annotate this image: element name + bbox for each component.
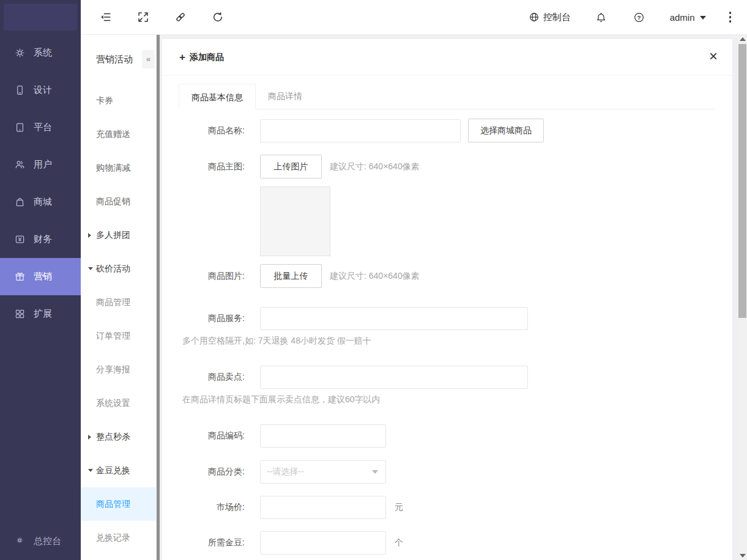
globe-icon <box>529 12 543 23</box>
plus-icon: + <box>179 52 185 62</box>
sidebar-item-mall[interactable]: 商城 <box>0 183 81 221</box>
submenu-item-order-mgmt[interactable]: 订单管理 <box>81 319 160 353</box>
tablet-icon <box>13 122 26 134</box>
phone-icon <box>13 84 26 97</box>
sidebar-item-label: 设计 <box>34 84 52 96</box>
main-area: + 添加商品 × 商品基本信息 商品详情 商品名称: 选择商城商品 商品主图: … <box>160 35 738 560</box>
add-product-panel: + 添加商品 × 商品基本信息 商品详情 商品名称: 选择商城商品 商品主图: … <box>162 39 732 560</box>
sidebar-item-label: 系统 <box>34 47 52 59</box>
submenu-scrollbar[interactable] <box>156 35 160 560</box>
admin-dropdown[interactable]: admin <box>670 12 706 23</box>
close-icon[interactable]: × <box>709 49 718 64</box>
sidebar-item-marketing[interactable]: 营销 <box>0 258 81 295</box>
product-form: 商品名称: 选择商城商品 商品主图: 上传图片 建议尺寸: 640×640像素 … <box>162 119 732 554</box>
submenu-nav: 卡券 充值赠送 购物满减 商品促销 多人拼团 砍价活动 商品管理 订单管理 分享… <box>81 84 160 554</box>
service-hint: 多个用空格隔开,如: 7天退换 48小时发货 假一赔十 <box>162 336 732 347</box>
fullscreen-icon[interactable] <box>135 9 151 25</box>
chevron-down-icon <box>88 469 93 472</box>
sidebar-footer-label: 总控台 <box>34 536 61 547</box>
app-logo <box>4 4 77 31</box>
field-label-beans: 所需金豆: <box>179 537 245 548</box>
submenu-item-flash-sale[interactable]: 整点秒杀 <box>81 420 160 454</box>
sidebar-item-label: 商城 <box>34 196 52 208</box>
category-select[interactable]: --请选择-- <box>260 460 386 484</box>
gear-icon <box>15 536 26 547</box>
page-scrollbar[interactable] <box>738 35 747 560</box>
panel-title: + 添加商品 <box>179 52 224 63</box>
submenu-item-product-mgmt-bean[interactable]: 商品管理 <box>81 487 160 521</box>
product-name-input[interactable] <box>260 119 461 142</box>
svg-text:?: ? <box>637 13 641 20</box>
sidebar-item-label: 财务 <box>34 234 52 245</box>
upload-image-button[interactable]: 上传图片 <box>260 155 322 179</box>
panel-header: + 添加商品 × <box>162 39 732 76</box>
primary-sidebar: 系统 设计 平台 用户 商城 财务 营销 <box>0 0 81 560</box>
sidebar-item-label: 用户 <box>34 159 52 171</box>
tab-product-detail[interactable]: 商品详情 <box>256 83 314 109</box>
submenu-item-product-mgmt-bargain[interactable]: 商品管理 <box>81 286 160 319</box>
field-label-market-price: 市场价: <box>179 502 245 513</box>
field-label-code: 商品编码: <box>179 430 245 441</box>
beans-input[interactable] <box>260 531 386 554</box>
sidebar-item-platform[interactable]: 平台 <box>0 109 81 146</box>
tab-basic-info[interactable]: 商品基本信息 <box>179 84 256 109</box>
product-code-input[interactable] <box>260 424 386 448</box>
submenu-item-coupon[interactable]: 卡券 <box>81 84 160 117</box>
field-label-images: 商品图片: <box>179 271 245 282</box>
scroll-up-arrow-icon[interactable] <box>740 37 746 41</box>
tab-bar: 商品基本信息 商品详情 <box>179 83 715 109</box>
main-image-hint: 建议尺寸: 640×640像素 <box>330 161 420 172</box>
finance-icon <box>13 234 26 246</box>
beans-unit: 个 <box>395 537 403 548</box>
submenu-item-exchange-records[interactable]: 兑换记录 <box>81 521 160 554</box>
submenu-item-group-buy[interactable]: 多人拼团 <box>81 218 160 252</box>
submenu-item-bargain[interactable]: 砍价活动 <box>81 252 160 286</box>
scroll-down-arrow-icon[interactable] <box>740 554 746 558</box>
page-scrollbar-thumb[interactable] <box>738 44 746 318</box>
market-price-input[interactable] <box>260 496 386 519</box>
collapse-submenu-button[interactable]: « <box>142 50 155 68</box>
chevron-down-icon <box>372 470 378 474</box>
collapse-sidebar-icon[interactable] <box>98 9 114 25</box>
chevron-right-icon <box>88 435 91 440</box>
console-button[interactable]: 控制台 <box>529 12 571 23</box>
main-image-preview <box>260 186 330 256</box>
sidebar-item-finance[interactable]: 财务 <box>0 221 81 258</box>
sidebar-item-label: 平台 <box>34 122 52 133</box>
images-hint: 建议尺寸: 640×640像素 <box>330 271 420 282</box>
gift-icon <box>13 271 26 283</box>
selling-point-hint: 在商品详情页标题下面展示卖点信息，建议60字以内 <box>162 394 732 405</box>
console-label: 控制台 <box>543 12 571 23</box>
select-mall-product-button[interactable]: 选择商城商品 <box>468 119 544 142</box>
more-menu-icon[interactable] <box>727 9 734 24</box>
sidebar-item-extension[interactable]: 扩展 <box>0 295 81 333</box>
submenu-item-share-poster[interactable]: 分享海报 <box>81 353 160 386</box>
product-service-input[interactable] <box>260 307 528 330</box>
sidebar-item-system[interactable]: 系统 <box>0 34 81 72</box>
submenu-item-bean-exchange[interactable]: 金豆兑换 <box>81 454 160 487</box>
link-icon[interactable] <box>173 9 188 25</box>
submenu-scrollbar-thumb[interactable] <box>157 35 160 560</box>
notification-bell-icon[interactable] <box>594 10 609 24</box>
sidebar-item-label: 营销 <box>34 271 52 282</box>
sidebar-item-design[interactable]: 设计 <box>0 72 81 109</box>
chevron-right-icon <box>88 233 91 238</box>
help-icon[interactable]: ? <box>632 10 647 24</box>
submenu-item-system-settings[interactable]: 系统设置 <box>81 386 160 420</box>
shopping-bag-icon <box>13 196 26 208</box>
market-price-unit: 元 <box>395 502 403 513</box>
sidebar-item-users[interactable]: 用户 <box>0 146 81 183</box>
submenu-item-product-promo[interactable]: 商品促销 <box>81 185 160 218</box>
selling-point-input[interactable] <box>260 366 528 389</box>
field-label-name: 商品名称: <box>179 125 245 136</box>
submenu-item-shopping-discount[interactable]: 购物满减 <box>81 151 160 185</box>
gear-icon <box>13 47 26 59</box>
refresh-icon[interactable] <box>210 9 226 25</box>
submenu-item-recharge-gift[interactable]: 充值赠送 <box>81 117 160 151</box>
chevron-down-icon <box>700 16 706 20</box>
grid-icon <box>13 308 26 320</box>
field-label-service: 商品服务: <box>179 313 245 324</box>
sidebar-item-console[interactable]: 总控台 <box>0 522 81 560</box>
batch-upload-button[interactable]: 批量上传 <box>260 264 322 288</box>
topbar: 控制台 ? admin <box>81 0 747 35</box>
